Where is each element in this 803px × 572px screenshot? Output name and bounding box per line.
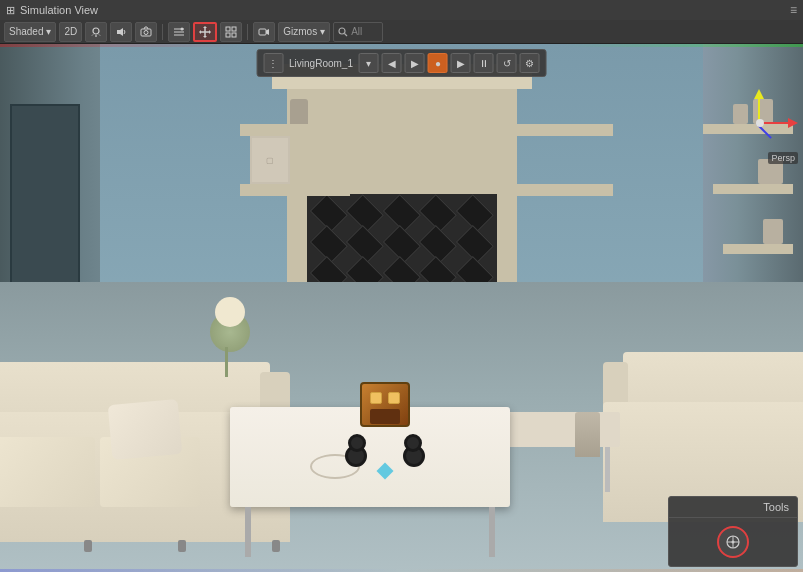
back-wall-shelf-right-lower [503,184,613,196]
svg-marker-4 [117,28,123,36]
right-wall-shelf-3 [723,244,793,254]
robot-wheel-back-right [404,434,422,452]
menu-icon[interactable]: ≡ [790,3,797,17]
robot-eye-left [370,392,382,404]
robot-body [360,382,410,427]
gizmo-x-axis [760,122,788,124]
window-title: Simulation View [20,4,98,16]
svg-rect-21 [259,29,266,35]
separator-2 [247,24,248,40]
back-wall-shelf-left-lower [240,184,350,196]
grid-cell [346,225,384,263]
grid-button[interactable] [220,22,242,42]
right-wall-shelf-2 [713,184,793,194]
svg-line-2 [92,34,93,35]
shading-mode-label: Shaded [9,26,43,37]
record-button[interactable]: ● [428,53,448,73]
tools-panel: Tools [668,496,798,567]
plant-flower [215,297,245,327]
bench-vase [575,412,600,457]
sofa-right [603,332,803,522]
svg-point-28 [732,541,735,544]
plant-stem [225,347,228,377]
gizmos-dropdown[interactable]: Gizmos ▾ [278,22,330,42]
scene-name-dropdown[interactable]: ▾ [359,53,379,73]
step-button[interactable]: ↺ [497,53,517,73]
svg-rect-19 [226,33,230,37]
robot-wheel-back-left [348,434,366,452]
svg-marker-14 [203,36,207,38]
record-button[interactable] [253,22,275,42]
light-button[interactable] [85,22,107,42]
gizmos-label: Gizmos [283,26,317,37]
gizmo-x-arrow [788,118,798,128]
gizmo-y-arrow [754,89,764,99]
prev-frame-button[interactable]: ◀ [382,53,402,73]
settings-button[interactable]: ⚙ [520,53,540,73]
separator-1 [162,24,163,40]
coffee-table-leg-1 [245,507,251,557]
gizmos-dropdown-arrow: ▾ [320,26,325,37]
grid-cell [419,194,457,232]
sofa-leg [84,540,92,552]
tools-panel-header: Tools [669,497,797,518]
svg-marker-13 [203,26,207,28]
grid-cell [456,225,494,263]
svg-point-23 [339,28,345,34]
viewport[interactable]: ▢ [0,44,803,572]
robot-eye-right [388,392,400,404]
gizmo-persp-label[interactable]: Persp [768,152,798,164]
color-aberration-top [0,44,803,47]
bench-leg-2 [605,447,610,492]
layers-button[interactable] [168,22,190,42]
svg-point-6 [144,30,148,34]
shading-mode-dropdown[interactable]: Shaded ▾ [4,22,56,42]
tools-panel-body [669,518,797,566]
scene-name-label: LivingRoom_1 [286,58,356,69]
scene-menu-button[interactable]: ⋮ [263,53,283,73]
scene-toolbar: ⋮ LivingRoom_1 ▾ ◀ ▶ ● ▶ ⏸ ↺ ⚙ [256,49,547,77]
2d-view-button[interactable]: 2D [59,22,82,42]
play-button[interactable]: ▶ [451,53,471,73]
volume-button[interactable] [110,22,132,42]
next-frame-button[interactable]: ▶ [405,53,425,73]
pause-button[interactable]: ⏸ [474,53,494,73]
svg-marker-16 [209,30,211,34]
robot-panel [370,409,400,424]
sofa-leg [178,540,186,552]
search-icon [338,27,348,37]
right-shelf-decor-4 [763,219,783,244]
svg-rect-17 [226,27,230,31]
svg-line-3 [99,34,100,35]
gizmo-center [756,119,764,127]
shading-dropdown-arrow: ▾ [46,26,51,37]
sofa-left-cushion-1 [0,437,95,507]
title-bar: ⊞ Simulation View ≡ [0,0,803,20]
robot [345,382,425,472]
plant [205,307,255,377]
top-toolbar: Shaded ▾ 2D [0,20,803,44]
move-tool-icon [725,534,741,550]
svg-rect-20 [232,33,236,37]
grid-cell [419,225,457,263]
move-tool-button[interactable] [717,526,749,558]
svg-marker-15 [199,30,201,34]
sofa-left-pillow [108,399,183,460]
picture-left: ▢ [250,136,290,184]
window-icon: ⊞ [6,4,15,17]
camera-button[interactable] [135,22,157,42]
simulation-view: ⊞ Simulation View ≡ Shaded ▾ 2D [0,0,803,572]
back-wall-shelf-left [240,124,370,136]
move-tool-button[interactable] [193,22,217,42]
svg-line-24 [345,33,348,36]
gizmo-axes: Persp [728,89,798,164]
svg-point-0 [93,28,99,34]
back-wall-shelf-right [483,124,613,136]
search-placeholder: All [351,26,362,37]
search-box[interactable]: All [333,22,383,42]
svg-rect-18 [232,27,236,31]
vase-left [290,99,308,124]
grid-cell [346,194,384,232]
coffee-table-leg-2 [489,507,495,557]
svg-point-10 [181,27,184,30]
